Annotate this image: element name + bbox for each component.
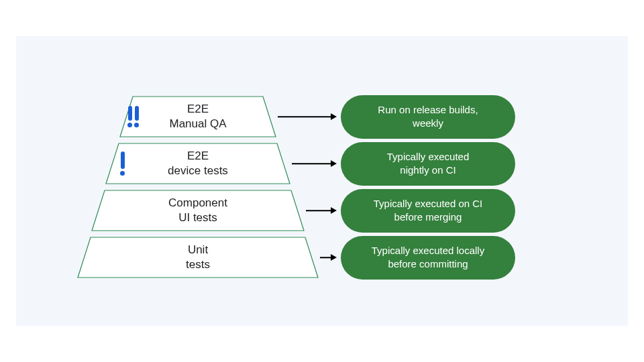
trapezoid-label: Component UI tests: [168, 196, 227, 225]
pyramid-row-unit: Unit tests Typically executed locally be…: [77, 236, 515, 280]
description-pill: Typically executed locally before commit…: [341, 236, 515, 280]
desc-line: nightly on CI: [357, 164, 499, 177]
label-line: Manual QA: [169, 117, 226, 131]
pyramid-row-e2e-manual: E2E Manual QA Run on release builds, wee…: [119, 95, 515, 139]
trapezoid-component: Component UI tests: [91, 190, 305, 231]
desc-line: Run on release builds,: [357, 103, 499, 117]
trapezoid-label: E2E Manual QA: [169, 102, 226, 131]
diagram-canvas: E2E Manual QA Run on release builds, wee…: [16, 36, 628, 326]
label-line: E2E: [168, 149, 228, 164]
description-pill: Typically executed on CI before merging: [341, 189, 515, 233]
desc-line: before committing: [357, 257, 499, 271]
description-pill: Typically executed nightly on CI: [341, 142, 515, 186]
label-line: Component: [168, 196, 227, 210]
arrow-icon: [306, 210, 337, 211]
label-line: tests: [186, 257, 210, 272]
trapezoid-e2e-device: E2E device tests: [105, 143, 290, 184]
label-line: device tests: [168, 164, 228, 178]
emphasis-double-icon: [127, 106, 139, 127]
label-line: E2E: [169, 102, 226, 117]
label-line: UI tests: [168, 210, 227, 225]
emphasis-single-icon: [120, 152, 125, 176]
desc-line: Typically executed: [357, 150, 499, 164]
pyramid-row-e2e-device: E2E device tests Typically executed nigh…: [105, 142, 515, 186]
label-line: Unit: [186, 243, 210, 257]
desc-line: weekly: [357, 117, 499, 130]
arrow-icon: [292, 163, 337, 164]
arrow-icon: [278, 116, 337, 117]
desc-line: before merging: [357, 210, 499, 224]
description-pill: Run on release builds, weekly: [341, 95, 515, 139]
trapezoid-label: E2E device tests: [168, 149, 228, 178]
pyramid-row-component: Component UI tests Typically executed on…: [91, 189, 515, 233]
desc-line: Typically executed locally: [357, 244, 499, 257]
trapezoid-label: Unit tests: [186, 243, 210, 272]
desc-line: Typically executed on CI: [357, 197, 499, 210]
trapezoid-e2e-manual: E2E Manual QA: [119, 96, 276, 137]
arrow-icon: [320, 257, 337, 258]
trapezoid-unit: Unit tests: [77, 237, 319, 278]
